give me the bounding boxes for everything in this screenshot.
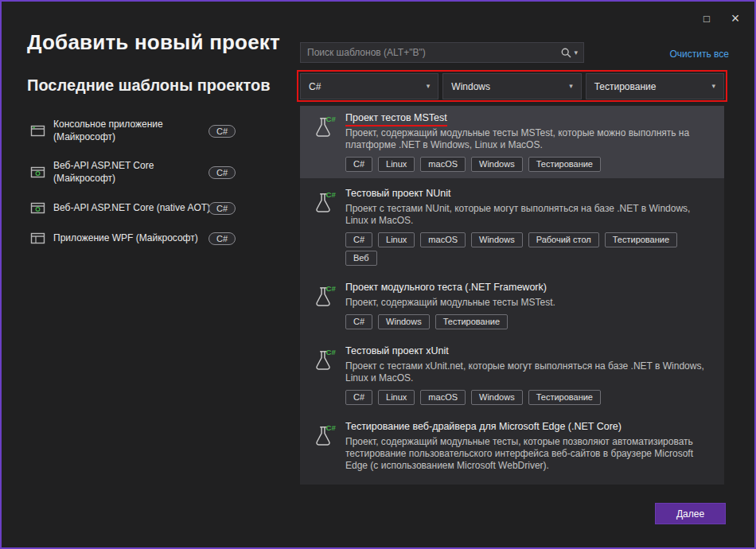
tag-testing[interactable]: Тестирование [435, 314, 508, 329]
filter-row: C# ▾ Windows ▾ Тестирование ▾ [300, 73, 724, 99]
language-filter-dropdown[interactable]: C# ▾ [300, 73, 438, 99]
chevron-down-icon: ▾ [711, 83, 715, 90]
tag-testing[interactable]: Тестирование [528, 157, 601, 172]
language-badge: C# [208, 166, 236, 179]
template-tags: C# Windows Тестирование [345, 314, 555, 329]
tag-windows[interactable]: Windows [471, 232, 523, 247]
platform-filter-dropdown[interactable]: Windows ▾ [442, 73, 581, 99]
language-badge: C# [208, 125, 236, 138]
recent-item-label: Приложение WPF (Майкрософт) [53, 232, 201, 245]
tag-windows[interactable]: Windows [471, 157, 523, 172]
template-tags: C# Linux macOS Windows Тестирование [345, 157, 715, 172]
console-app-icon [30, 124, 46, 138]
search-icons[interactable]: ▾ [561, 48, 583, 58]
tag-macos[interactable]: macOS [420, 157, 466, 172]
svg-text:C#: C# [325, 348, 336, 356]
webapi-aot-icon [30, 201, 46, 215]
tag-linux[interactable]: Linux [378, 157, 415, 172]
svg-text:C#: C# [325, 115, 336, 123]
template-name: Тестовый проект xUnit [345, 345, 715, 357]
tag-macos[interactable]: macOS [420, 232, 466, 247]
language-filter-value: C# [309, 81, 321, 92]
recent-templates-header: Последние шаблоны проектов [27, 76, 270, 95]
svg-text:C#: C# [325, 284, 336, 293]
edge-webdriver-project-icon: C# [310, 421, 337, 448]
tag-csharp[interactable]: C# [345, 314, 372, 329]
recent-item-webapi-native-aot[interactable]: Веб-API ASP.NET Core (native AOT) C# [30, 197, 236, 219]
template-row-mstest[interactable]: C# Проект тестов MSTest Проект, содержащ… [300, 106, 724, 178]
tag-windows[interactable]: Windows [471, 390, 523, 405]
language-badge: C# [208, 232, 236, 245]
template-description: Проект, содержащий модульные тесты, кото… [345, 436, 715, 472]
recent-item-webapi-aspnet[interactable]: Веб-API ASP.NET Core (Майкрософт) C# [30, 156, 236, 189]
template-list: C# Проект тестов MSTest Проект, содержащ… [300, 106, 724, 485]
tag-desktop[interactable]: Рабочий стол [528, 232, 599, 247]
tag-linux[interactable]: Linux [378, 232, 415, 247]
tag-csharp[interactable]: C# [345, 157, 372, 172]
platform-filter-value: Windows [451, 81, 490, 92]
recent-templates-list: Консольное приложение (Майкрософт) C# Ве… [30, 115, 236, 258]
template-description: Проект с тестами xUnit.net, которые могу… [345, 360, 715, 384]
recent-item-console-app[interactable]: Консольное приложение (Майкрософт) C# [30, 115, 236, 147]
tag-csharp[interactable]: C# [345, 390, 372, 405]
svg-text:C#: C# [325, 190, 336, 199]
template-row-nunit[interactable]: C# Тестовый проект NUnit Проект с тестам… [300, 181, 724, 272]
search-icon [561, 48, 571, 58]
tag-csharp[interactable]: C# [345, 232, 372, 247]
xunit-project-icon: C# [310, 345, 337, 372]
unit-test-project-icon: C# [310, 282, 337, 309]
template-row-edge-webdriver[interactable]: C# Тестирование веб-драйвера для Microso… [300, 415, 724, 478]
search-input[interactable] [301, 47, 561, 58]
tag-macos[interactable]: macOS [420, 390, 466, 405]
language-badge: C# [208, 202, 236, 215]
webapi-icon [30, 165, 46, 179]
tag-testing[interactable]: Тестирование [605, 232, 677, 247]
maximize-icon: □ [703, 13, 710, 25]
template-row-unit-test-netframework[interactable]: C# Проект модульного теста (.NET Framewo… [300, 275, 724, 336]
tag-testing[interactable]: Тестирование [528, 390, 601, 405]
tag-windows[interactable]: Windows [378, 314, 430, 329]
template-tags: Веб [345, 251, 715, 266]
tag-web[interactable]: Веб [345, 251, 377, 266]
recent-item-wpf-app[interactable]: Приложение WPF (Майкрософт) C# [30, 228, 236, 249]
wpf-app-icon [30, 232, 46, 245]
template-description: Проект, содержащий модульные тесты MSTes… [345, 297, 555, 309]
maximize-button[interactable]: □ [694, 8, 719, 29]
nunit-project-icon: C# [310, 188, 337, 215]
recent-item-label: Консольное приложение (Майкрософт) [53, 119, 201, 143]
template-tags: C# Linux macOS Windows Рабочий стол Тест… [345, 232, 715, 247]
chevron-down-icon: ▾ [427, 83, 431, 90]
chevron-down-icon: ▾ [569, 83, 573, 90]
project-type-filter-value: Тестирование [594, 81, 657, 92]
svg-text:C#: C# [325, 423, 336, 432]
template-row-xunit[interactable]: C# Тестовый проект xUnit Проект с тестам… [300, 339, 724, 411]
template-description: Проект, содержащий модульные тесты MSTes… [345, 127, 715, 151]
template-description: Проект с тестами NUnit, которые могут вы… [345, 203, 715, 227]
project-type-filter-dropdown[interactable]: Тестирование ▾ [586, 73, 724, 99]
template-name: Проект тестов MSTest [345, 112, 715, 124]
clear-all-link[interactable]: Очистить все [670, 49, 729, 60]
close-button[interactable]: × [723, 8, 748, 29]
template-tags: C# Linux macOS Windows Тестирование [345, 390, 715, 405]
page-title: Добавить новый проект [27, 30, 280, 55]
add-new-project-dialog: □ × Добавить новый проект Последние шабл… [0, 0, 756, 549]
close-icon: × [731, 10, 740, 27]
template-name: Тестовый проект NUnit [345, 188, 715, 200]
template-name: Проект модульного теста (.NET Framework) [345, 282, 555, 294]
annotation-red-underline: Проект тестов MSTest [345, 112, 447, 127]
tag-linux[interactable]: Linux [378, 390, 415, 405]
window-controls: □ × [694, 8, 748, 29]
template-name: Тестирование веб-драйвера для Microsoft … [345, 421, 715, 433]
template-search-box: ▾ [300, 42, 584, 63]
recent-item-label: Веб-API ASP.NET Core (Майкрософт) [53, 160, 201, 185]
search-dropdown-caret-icon: ▾ [574, 49, 578, 56]
recent-item-label: Веб-API ASP.NET Core (native AOT) [53, 202, 201, 215]
next-button[interactable]: Далее [655, 503, 726, 524]
mstest-project-icon: C# [310, 112, 337, 139]
